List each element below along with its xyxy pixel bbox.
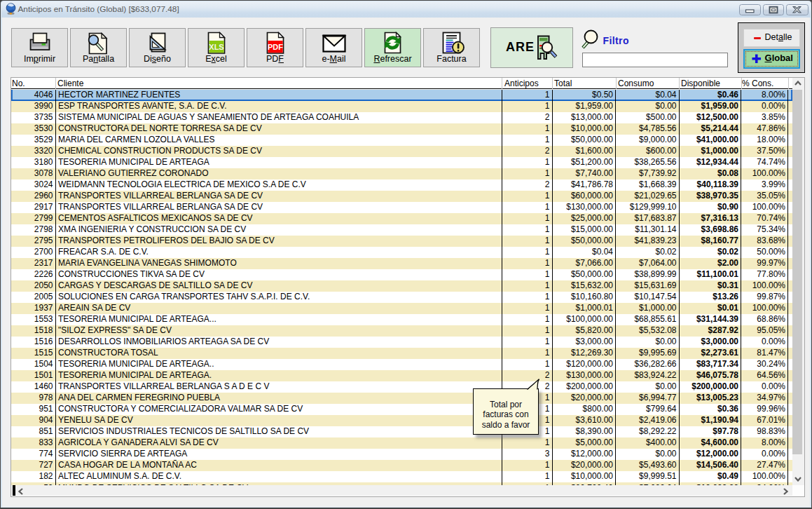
- svg-text:XLS: XLS: [209, 43, 223, 51]
- svg-text:PDF: PDF: [268, 43, 283, 51]
